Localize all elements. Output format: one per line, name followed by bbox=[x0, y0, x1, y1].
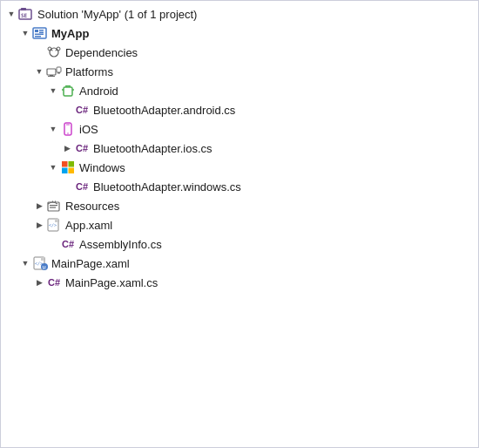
solution-row[interactable]: SE Solution 'MyApp' (1 of 1 project) bbox=[1, 4, 478, 24]
windows-row[interactable]: Windows bbox=[1, 158, 478, 177]
svg-rect-16 bbox=[48, 76, 55, 77]
mainpage-xaml-label: MainPage.xaml bbox=[51, 257, 130, 270]
csharp-windows-icon: C# bbox=[74, 180, 90, 193]
xaml-mainpage-icon: </> M bbox=[32, 256, 48, 270]
solution-label: Solution 'MyApp' (1 of 1 project) bbox=[37, 8, 197, 21]
app-xaml-label: App.xaml bbox=[65, 219, 112, 232]
resources-row[interactable]: Resources bbox=[1, 196, 478, 215]
windows-label: Windows bbox=[79, 161, 125, 174]
solution-icon: SE bbox=[18, 7, 34, 21]
bt-ios-row[interactable]: C# BluetoothAdapter.ios.cs bbox=[1, 139, 478, 158]
csharp-mainpage-icon: C# bbox=[46, 275, 62, 289]
myapp-row[interactable]: MyApp bbox=[1, 24, 478, 43]
svg-line-13 bbox=[56, 50, 57, 51]
assemblyinfo-row[interactable]: C# AssemblyInfo.cs bbox=[1, 234, 478, 254]
myapp-label: MyApp bbox=[51, 27, 89, 40]
svg-rect-19 bbox=[64, 87, 72, 96]
mainpage-xaml-row[interactable]: </> M MainPage.xaml bbox=[1, 254, 478, 273]
dependencies-label: Dependencies bbox=[65, 46, 138, 59]
bt-android-row[interactable]: C# BluetoothAdapter.android.cs bbox=[1, 100, 478, 119]
android-icon bbox=[60, 84, 76, 98]
svg-rect-35 bbox=[50, 205, 57, 206]
csharp-android-icon: C# bbox=[74, 103, 90, 117]
bt-windows-row[interactable]: C# BluetoothAdapter.windows.cs bbox=[1, 177, 478, 196]
expander-bt-ios[interactable] bbox=[60, 141, 74, 155]
svg-rect-14 bbox=[47, 69, 56, 75]
resources-label: Resources bbox=[65, 200, 119, 213]
platforms-icon bbox=[46, 64, 62, 78]
expander-resources[interactable] bbox=[32, 199, 46, 213]
svg-rect-1 bbox=[21, 8, 26, 10]
expander-mainpage-xaml[interactable] bbox=[18, 256, 32, 270]
mainpage-cs-label: MainPage.xaml.cs bbox=[65, 276, 158, 289]
expander-solution[interactable] bbox=[4, 7, 18, 21]
svg-rect-4 bbox=[35, 30, 38, 32]
expander-ios[interactable] bbox=[46, 122, 60, 136]
svg-text:SE: SE bbox=[21, 12, 28, 18]
xaml-app-icon: </> bbox=[46, 218, 62, 232]
bt-android-label: BluetoothAdapter.android.cs bbox=[93, 104, 235, 117]
csharp-ios-icon: C# bbox=[74, 141, 90, 155]
svg-rect-31 bbox=[69, 168, 75, 174]
dependencies-icon bbox=[46, 45, 62, 59]
svg-rect-28 bbox=[62, 161, 68, 167]
svg-rect-18 bbox=[57, 72, 60, 74]
project-icon bbox=[32, 26, 48, 40]
android-label: Android bbox=[79, 85, 118, 98]
expander-myapp[interactable] bbox=[18, 26, 32, 40]
dependencies-row[interactable]: Dependencies bbox=[1, 43, 478, 62]
expander-mainpage-cs[interactable] bbox=[32, 275, 46, 289]
expander-windows[interactable] bbox=[46, 160, 60, 174]
android-row[interactable]: Android bbox=[1, 81, 478, 100]
resources-icon bbox=[46, 199, 62, 213]
svg-point-21 bbox=[65, 85, 66, 86]
app-xaml-row[interactable]: </> App.xaml bbox=[1, 215, 478, 234]
svg-rect-29 bbox=[69, 161, 75, 167]
svg-rect-8 bbox=[35, 36, 41, 37]
expander-app-xaml[interactable] bbox=[32, 218, 46, 232]
svg-rect-30 bbox=[62, 168, 68, 174]
svg-text:M: M bbox=[43, 265, 46, 270]
platforms-row[interactable]: Platforms bbox=[1, 62, 478, 81]
bt-ios-label: BluetoothAdapter.ios.cs bbox=[93, 142, 213, 155]
platforms-label: Platforms bbox=[65, 65, 113, 78]
svg-text:</>: </> bbox=[49, 222, 57, 227]
bt-windows-label: BluetoothAdapter.windows.cs bbox=[93, 180, 241, 193]
svg-rect-7 bbox=[35, 34, 44, 36]
ios-icon bbox=[60, 122, 76, 136]
svg-line-12 bbox=[51, 50, 53, 51]
svg-rect-5 bbox=[39, 30, 44, 31]
mainpage-cs-row[interactable]: C# MainPage.xaml.cs bbox=[1, 273, 478, 292]
svg-rect-36 bbox=[50, 207, 56, 208]
expander-platforms[interactable] bbox=[32, 64, 46, 78]
assemblyinfo-label: AssemblyInfo.cs bbox=[79, 238, 162, 251]
svg-rect-6 bbox=[39, 32, 44, 34]
csharp-assemblyinfo-icon: C# bbox=[60, 237, 76, 251]
solution-explorer: SE Solution 'MyApp' (1 of 1 project) MyA… bbox=[0, 0, 479, 448]
ios-label: iOS bbox=[79, 123, 98, 136]
ios-row[interactable]: iOS bbox=[1, 119, 478, 139]
windows-icon bbox=[60, 160, 76, 174]
svg-point-22 bbox=[69, 85, 70, 86]
svg-rect-17 bbox=[57, 67, 61, 72]
expander-android[interactable] bbox=[46, 84, 60, 98]
svg-point-27 bbox=[67, 132, 69, 134]
